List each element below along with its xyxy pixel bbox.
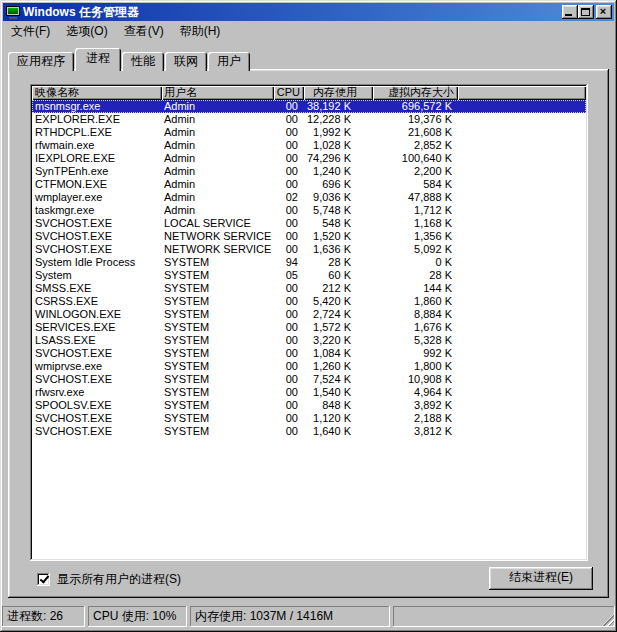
process-cell: System bbox=[32, 269, 162, 282]
process-row[interactable]: taskmgr.exeAdmin005,748 K1,712 K bbox=[32, 204, 586, 217]
tab-4[interactable]: 用户 bbox=[208, 52, 250, 71]
process-cell: 1,120 K bbox=[304, 412, 373, 425]
column-header[interactable]: 映像名称 bbox=[32, 86, 162, 100]
process-row[interactable]: RTHDCPL.EXEAdmin001,992 K21,608 K bbox=[32, 126, 586, 139]
process-cell: 696 K bbox=[304, 178, 373, 191]
process-cell: 00 bbox=[274, 321, 304, 334]
process-cell: 3,892 K bbox=[373, 399, 458, 412]
status-memory-usage: 内存使用: 1037M / 1416M bbox=[190, 606, 390, 627]
process-cell: wmiprvse.exe bbox=[32, 360, 162, 373]
resize-grip[interactable] bbox=[602, 614, 614, 626]
process-cell: Admin bbox=[162, 204, 274, 217]
process-cell: 00 bbox=[274, 425, 304, 438]
process-row[interactable]: SynTPEnh.exeAdmin001,240 K2,200 K bbox=[32, 165, 586, 178]
process-cell: rfwmain.exe bbox=[32, 139, 162, 152]
process-cell: 00 bbox=[274, 126, 304, 139]
process-row[interactable]: msnmsgr.exeAdmin0038,192 K696,572 K bbox=[32, 100, 586, 113]
process-cell: CSRSS.EXE bbox=[32, 295, 162, 308]
process-cell: SYSTEM bbox=[162, 256, 274, 269]
process-row[interactable]: EXPLORER.EXEAdmin0012,228 K19,376 K bbox=[32, 113, 586, 126]
process-cell: 9,036 K bbox=[304, 191, 373, 204]
process-cell: CTFMON.EXE bbox=[32, 178, 162, 191]
process-cell: 548 K bbox=[304, 217, 373, 230]
process-row[interactable]: LSASS.EXESYSTEM003,220 K5,328 K bbox=[32, 334, 586, 347]
process-row[interactable]: SVCHOST.EXESYSTEM001,084 K992 K bbox=[32, 347, 586, 360]
process-cell: 1,520 K bbox=[304, 230, 373, 243]
process-cell: 1,636 K bbox=[304, 243, 373, 256]
process-row[interactable]: SVCHOST.EXENETWORK SERVICE001,520 K1,356… bbox=[32, 230, 586, 243]
process-cell: WINLOGON.EXE bbox=[32, 308, 162, 321]
process-row[interactable]: SVCHOST.EXESYSTEM001,120 K2,188 K bbox=[32, 412, 586, 425]
process-row[interactable]: SVCHOST.EXENETWORK SERVICE001,636 K5,092… bbox=[32, 243, 586, 256]
process-row[interactable]: wmiprvse.exeSYSTEM001,260 K1,800 K bbox=[32, 360, 586, 373]
process-cell: 00 bbox=[274, 152, 304, 165]
process-cell: SYSTEM bbox=[162, 399, 274, 412]
show-all-users-checkbox[interactable] bbox=[37, 573, 50, 586]
window-title: Windows 任务管理器 bbox=[23, 3, 562, 21]
close-button[interactable]: × bbox=[596, 5, 612, 19]
process-cell: SVCHOST.EXE bbox=[32, 425, 162, 438]
process-cell: 848 K bbox=[304, 399, 373, 412]
process-cell: Admin bbox=[162, 165, 274, 178]
tab-2[interactable]: 性能 bbox=[122, 52, 164, 71]
process-row[interactable]: CTFMON.EXEAdmin00696 K584 K bbox=[32, 178, 586, 191]
process-cell: SYSTEM bbox=[162, 308, 274, 321]
process-row[interactable]: rfwsrv.exeSYSTEM001,540 K4,964 K bbox=[32, 386, 586, 399]
process-cell: 1,028 K bbox=[304, 139, 373, 152]
process-row[interactable]: wmplayer.exeAdmin029,036 K47,888 K bbox=[32, 191, 586, 204]
column-header[interactable]: CPU bbox=[274, 86, 304, 100]
column-header[interactable]: 内存使用 bbox=[304, 86, 373, 100]
process-row[interactable]: System Idle ProcessSYSTEM9428 K0 K bbox=[32, 256, 586, 269]
process-cell: 1,168 K bbox=[373, 217, 458, 230]
process-cell: System Idle Process bbox=[32, 256, 162, 269]
tab-3[interactable]: 联网 bbox=[165, 52, 207, 71]
process-cell: EXPLORER.EXE bbox=[32, 113, 162, 126]
process-row[interactable]: CSRSS.EXESYSTEM005,420 K1,860 K bbox=[32, 295, 586, 308]
process-row[interactable]: SERVICES.EXESYSTEM001,572 K1,676 K bbox=[32, 321, 586, 334]
menu-item[interactable]: 帮助(H) bbox=[172, 21, 229, 42]
process-cell: 47,888 K bbox=[373, 191, 458, 204]
maximize-button[interactable] bbox=[578, 5, 594, 19]
show-all-users-option: 显示所有用户的进程(S) bbox=[37, 571, 181, 588]
process-row[interactable]: IEXPLORE.EXEAdmin0074,296 K100,640 K bbox=[32, 152, 586, 165]
process-cell: IEXPLORE.EXE bbox=[32, 152, 162, 165]
menu-item[interactable]: 选项(O) bbox=[58, 21, 115, 42]
process-cell: 1,240 K bbox=[304, 165, 373, 178]
process-row[interactable]: SVCHOST.EXESYSTEM001,640 K3,812 K bbox=[32, 425, 586, 438]
process-cell: 4,964 K bbox=[373, 386, 458, 399]
process-row[interactable]: rfwmain.exeAdmin001,028 K2,852 K bbox=[32, 139, 586, 152]
process-cell: 00 bbox=[274, 295, 304, 308]
minimize-button[interactable] bbox=[562, 5, 578, 19]
minimize-icon bbox=[565, 14, 572, 16]
process-cell: SVCHOST.EXE bbox=[32, 217, 162, 230]
tab-0[interactable]: 应用程序 bbox=[8, 52, 74, 71]
process-cell: 1,800 K bbox=[373, 360, 458, 373]
tab-active[interactable]: 进程 bbox=[75, 48, 121, 71]
process-cell: 1,260 K bbox=[304, 360, 373, 373]
process-row[interactable]: SVCHOST.EXELOCAL SERVICE00548 K1,168 K bbox=[32, 217, 586, 230]
process-cell: 00 bbox=[274, 139, 304, 152]
process-cell: 5,748 K bbox=[304, 204, 373, 217]
process-cell: Admin bbox=[162, 126, 274, 139]
process-row[interactable]: WINLOGON.EXESYSTEM002,724 K8,884 K bbox=[32, 308, 586, 321]
status-process-count: 进程数: 26 bbox=[2, 606, 85, 627]
end-process-button[interactable]: 结束进程(E) bbox=[489, 567, 593, 590]
process-row[interactable]: SystemSYSTEM0560 K28 K bbox=[32, 269, 586, 282]
process-cell: 10,908 K bbox=[373, 373, 458, 386]
process-list-rows: msnmsgr.exeAdmin0038,192 K696,572 KEXPLO… bbox=[32, 100, 586, 438]
process-row[interactable]: SMSS.EXESYSTEM00212 K144 K bbox=[32, 282, 586, 295]
process-cell: 28 K bbox=[304, 256, 373, 269]
process-row[interactable]: SPOOLSV.EXESYSTEM00848 K3,892 K bbox=[32, 399, 586, 412]
process-row[interactable]: SVCHOST.EXESYSTEM007,524 K10,908 K bbox=[32, 373, 586, 386]
menu-item[interactable]: 文件(F) bbox=[3, 21, 58, 42]
process-cell: 94 bbox=[274, 256, 304, 269]
menu-item[interactable]: 查看(V) bbox=[116, 21, 172, 42]
process-cell: Admin bbox=[162, 152, 274, 165]
process-cell: 1,084 K bbox=[304, 347, 373, 360]
column-header[interactable]: 用户名 bbox=[162, 86, 274, 100]
process-cell: 12,228 K bbox=[304, 113, 373, 126]
process-cell: SYSTEM bbox=[162, 269, 274, 282]
process-cell: 00 bbox=[274, 347, 304, 360]
column-header[interactable]: 虚拟内存大小 bbox=[373, 86, 458, 100]
process-cell: 00 bbox=[274, 165, 304, 178]
